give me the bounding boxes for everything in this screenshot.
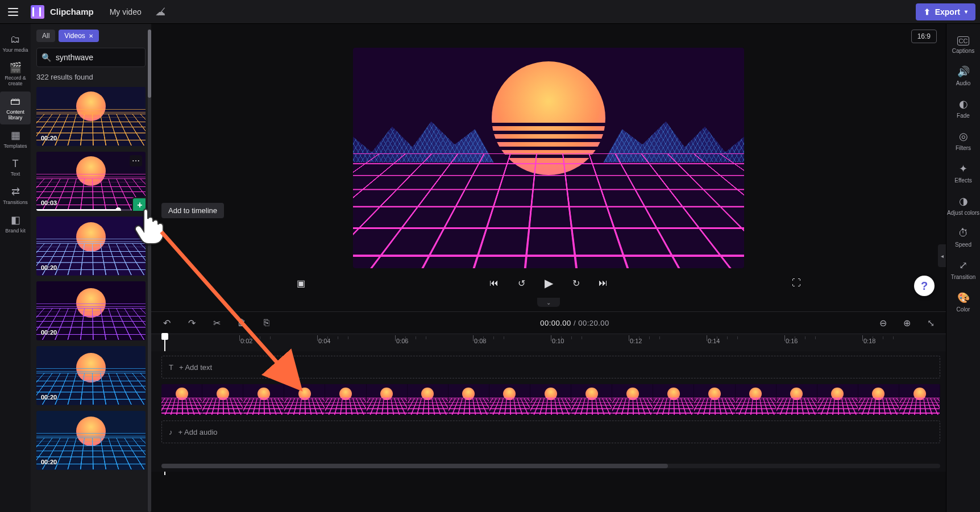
rail-brand-kit[interactable]: ◧Brand kit — [0, 210, 31, 238]
timeline-tracks: T + Add text ♪ + Add audio — [151, 351, 946, 472]
add-to-timeline-button[interactable]: + — [133, 198, 146, 211]
thumb-duration: 00:20 — [41, 329, 57, 336]
brandkit-icon: ◧ — [11, 215, 20, 226]
timeline-toolbar: ↶ ↷ ✂ 🗑 ⎘ 00:00.00 / 00:20.00 ⊖ ⊕ ⤡ — [151, 311, 946, 334]
split-button[interactable]: ✂ — [209, 315, 224, 330]
audio-track[interactable]: ♪ + Add audio — [161, 421, 940, 443]
zoom-fit-button[interactable]: ⤡ — [923, 315, 938, 330]
thumb-duration: 00:20 — [41, 135, 57, 141]
clip-frame — [367, 384, 408, 415]
audio-track-label: + Add audio — [178, 428, 218, 436]
menu-button[interactable] — [5, 3, 22, 20]
rail-text[interactable]: TText — [0, 154, 31, 181]
fullscreen-button[interactable]: ⛶ — [789, 276, 804, 290]
library-thumb[interactable]: 00:20 — [36, 87, 146, 146]
right-rail-color[interactable]: 🎨Color — [946, 286, 980, 316]
skip-start-button[interactable]: ⏮ — [487, 276, 501, 290]
clip-frame — [325, 384, 366, 415]
rail-transitions[interactable]: ⇄Transitions — [0, 182, 31, 209]
search-icon: 🔍 — [41, 53, 51, 62]
project-name[interactable]: My video — [110, 7, 142, 16]
redo-button[interactable]: ↷ — [184, 315, 199, 330]
aspect-ratio-selector[interactable]: 16:9 — [911, 30, 937, 43]
library-thumb[interactable]: 00:03 ⋯ + — [36, 152, 146, 211]
text-track[interactable]: T + Add text — [161, 356, 940, 378]
undo-button[interactable]: ↶ — [159, 315, 174, 330]
library-icon: 🗃 — [10, 96, 20, 107]
search-input[interactable] — [56, 53, 155, 62]
crop-button[interactable]: ▣ — [293, 276, 308, 290]
right-rail-effects[interactable]: ✦Effects — [946, 157, 980, 187]
tool-icon: ⏱ — [958, 227, 969, 239]
thumb-progress-handle[interactable] — [115, 207, 121, 211]
rewind-5-button[interactable]: ↺ — [514, 276, 529, 290]
rail-templates[interactable]: ▦Templates — [0, 126, 31, 153]
rail-your-media[interactable]: 🗂Your media — [0, 30, 31, 57]
zoom-in-button[interactable]: ⊕ — [899, 315, 914, 330]
rail-label: Content library — [0, 110, 31, 121]
tool-label: Fade — [957, 113, 970, 119]
timeline-expand-toggle[interactable]: ⌄ — [537, 298, 560, 307]
play-button[interactable]: ▶ — [541, 276, 556, 290]
export-button[interactable]: ⬆ Export ▾ — [916, 3, 975, 20]
ruler-tick: 0:10 — [551, 334, 564, 351]
library-thumb[interactable]: 00:20 — [36, 346, 146, 405]
library-thumb[interactable]: 00:20 — [36, 411, 146, 470]
ruler-tick: 0:12 — [629, 334, 642, 351]
right-rail-collapse[interactable]: ◂ — [938, 244, 946, 267]
tool-icon: CC — [957, 36, 970, 45]
tool-icon: ⤢ — [959, 259, 967, 272]
duplicate-button[interactable]: ⎘ — [259, 315, 274, 330]
rail-label: Your media — [2, 48, 28, 53]
tool-icon: 🔊 — [957, 65, 970, 78]
clip-frame — [243, 384, 284, 415]
zoom-out-button[interactable]: ⊖ — [875, 315, 890, 330]
thumb-progress[interactable] — [36, 209, 146, 211]
text-icon: T — [169, 363, 173, 372]
library-filter-tabs: All Videos ✕ — [36, 30, 146, 42]
preview-canvas[interactable] — [353, 48, 744, 268]
tool-icon: 🎨 — [957, 292, 970, 304]
ruler-tick: 0:08 — [473, 334, 486, 351]
thumb-more-button[interactable]: ⋯ — [130, 155, 142, 166]
thumb-duration: 00:20 — [41, 459, 57, 465]
library-thumb[interactable]: 00:20 — [36, 217, 146, 276]
export-label: Export — [935, 7, 960, 16]
close-icon[interactable]: ✕ — [89, 33, 93, 39]
tool-label: Speed — [955, 242, 971, 248]
right-rail-filters[interactable]: ◎Filters — [946, 124, 980, 155]
right-rail-transition[interactable]: ⤢Transition — [946, 253, 980, 284]
right-rail-speed[interactable]: ⏱Speed — [946, 222, 980, 251]
help-button[interactable]: ? — [914, 276, 935, 296]
ruler-tick: 0:06 — [395, 334, 408, 351]
right-rail-fade[interactable]: ◐Fade — [946, 92, 980, 122]
thumb-duration: 00:20 — [41, 264, 57, 271]
rail-record-create[interactable]: 🎬Record & create — [0, 58, 31, 91]
tab-videos[interactable]: Videos ✕ — [59, 30, 98, 42]
forward-5-button[interactable]: ↻ — [568, 276, 583, 290]
library-thumb[interactable]: 00:20 — [36, 281, 146, 340]
tab-all[interactable]: All — [36, 30, 55, 42]
right-rail-adjust-colors[interactable]: ◑Adjust colors — [946, 189, 980, 219]
right-rail-captions[interactable]: CCCaptions — [946, 31, 980, 57]
cloud-off-icon[interactable]: ☁̸ — [155, 6, 165, 18]
search-input-wrap: 🔍 ✕ — [36, 48, 146, 67]
text-icon: T — [13, 159, 19, 170]
video-clip[interactable] — [161, 384, 940, 415]
tool-label: Captions — [952, 48, 974, 54]
clip-frame — [612, 384, 653, 415]
tool-label: Filters — [956, 145, 971, 151]
timeline-scrollbar[interactable] — [161, 464, 940, 468]
transport-bar: ▣ ⏮ ↺ ▶ ↻ ⏭ ⛶ — [151, 270, 946, 295]
timeline-ruler[interactable]: 0:020:040:060:080:100:120:140:160:18 — [151, 334, 946, 351]
rail-content-library[interactable]: 🗃Content library — [0, 91, 31, 124]
clip-frame — [449, 384, 489, 415]
delete-button[interactable]: 🗑 — [234, 315, 249, 330]
video-track[interactable] — [161, 384, 940, 415]
ruler-tick: 0:14 — [707, 334, 720, 351]
skip-end-button[interactable]: ⏭ — [596, 276, 611, 290]
right-rail: CCCaptions🔊Audio◐Fade◎Filters✦Effects◑Ad… — [946, 24, 980, 512]
rail-label: Templates — [3, 144, 27, 149]
right-rail-audio[interactable]: 🔊Audio — [946, 60, 980, 90]
ruler-tick: 0:18 — [862, 334, 875, 351]
